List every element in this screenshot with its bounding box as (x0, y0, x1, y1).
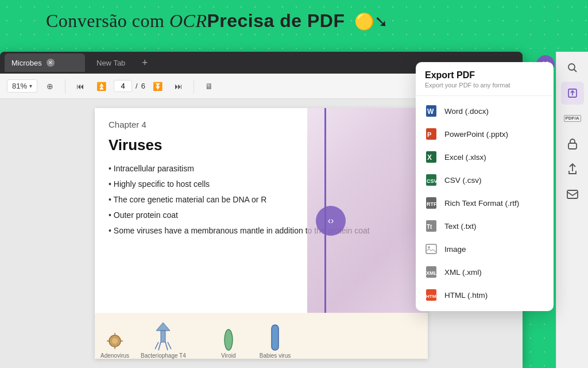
toolbar-separator-2 (194, 79, 194, 93)
powerpoint-icon: P (425, 128, 438, 140)
sidebar-share-button[interactable] (561, 158, 584, 181)
export-rtf-label: Rich Text Format (.rtf) (444, 199, 519, 208)
lock-icon (567, 138, 578, 150)
page-separator: / (136, 82, 138, 90)
babies-virus-item: Babies virus (260, 324, 291, 359)
viroid-label: Viroid (221, 352, 235, 359)
export-html-button[interactable]: HTML HTML (.htm) (416, 283, 554, 306)
hero-text-part2: Precisa de PDF (207, 10, 345, 31)
svg-text:Tt: Tt (427, 224, 432, 230)
sidebar-export-button[interactable] (561, 82, 584, 105)
svg-line-9 (158, 342, 161, 350)
export-powerpoint-label: PowerPoint (.pptx) (444, 130, 508, 139)
tab-microbes-label: Microbes (11, 59, 42, 67)
sidebar-lock-button[interactable] (561, 132, 584, 155)
page-total: 6 (141, 82, 145, 90)
export-image-label: Image (444, 245, 466, 254)
export-word-label: Word (.docx) (444, 107, 489, 116)
search-icon (567, 62, 578, 74)
svg-marker-6 (156, 323, 170, 331)
bacteriophage-item: Bacteriophage T4 (141, 321, 186, 359)
svg-rect-18 (567, 190, 578, 198)
svg-text:RTF: RTF (427, 201, 437, 207)
export-text-label: Text (.txt) (444, 222, 477, 231)
export-xml-button[interactable]: XML XML (.xml) (416, 260, 554, 283)
svg-line-15 (574, 70, 577, 72)
scroll-right-chevron: › (331, 216, 334, 226)
export-word-button[interactable]: W Word (.docx) (416, 99, 554, 122)
scroll-indicator-button[interactable]: ‹ › (316, 206, 346, 236)
tab-new-tab[interactable]: New Tab (87, 53, 134, 72)
hero-heading: Conversão com OCRPrecisa de PDF 🟡➘ (46, 10, 388, 32)
export-rtf-button[interactable]: RTF Rich Text Format (.rtf) (416, 191, 554, 214)
babies-virus-label: Babies virus (260, 352, 291, 359)
image-icon (425, 243, 438, 255)
virus-images-area: Adenovirus Bacteriophage T4 (95, 313, 428, 359)
svg-point-12 (225, 329, 233, 350)
rtf-icon: RTF (425, 197, 438, 209)
zoom-arrow: ▾ (29, 83, 32, 89)
add-page-button[interactable]: ⊕ (42, 78, 58, 94)
svg-line-10 (165, 342, 168, 350)
svg-point-1 (112, 338, 118, 344)
prev-page-button[interactable]: ⏫ (93, 78, 109, 94)
export-image-button[interactable]: Image (416, 237, 554, 260)
tab-newtab-label: New Tab (96, 59, 125, 67)
bacteriophage-label: Bacteriophage T4 (141, 352, 186, 359)
adenovirus-label: Adenovirus (100, 352, 129, 359)
svg-point-32 (428, 246, 430, 248)
hero-text-part1: Conversão com (46, 10, 169, 31)
next-page-button[interactable]: ⏬ (150, 78, 166, 94)
sidebar-search-button[interactable] (561, 56, 584, 79)
first-page-button[interactable]: ⏮ (72, 78, 88, 94)
right-sidebar: PDF/A (556, 52, 588, 368)
svg-text:X: X (427, 154, 432, 162)
excel-icon: X (425, 151, 438, 163)
tab-close-button[interactable]: ✕ (47, 59, 55, 67)
adenovirus-item: Adenovirus (100, 331, 129, 359)
toolbar-separator-1 (65, 79, 65, 93)
last-page-button[interactable]: ⏭ (171, 78, 187, 94)
svg-text:XML: XML (426, 270, 437, 276)
sidebar-pdfa-button[interactable]: PDF/A (561, 107, 584, 130)
page-indicator: / 6 (114, 80, 145, 92)
pdfa-badge: PDF/A (564, 115, 581, 122)
viroid-icon (220, 328, 237, 351)
export-csv-label: CSV (.csv) (444, 176, 482, 185)
svg-text:HTML: HTML (426, 294, 437, 299)
export-excel-button[interactable]: X Excel (.xlsx) (416, 145, 554, 168)
export-powerpoint-button[interactable]: P PowerPoint (.pptx) (416, 122, 554, 145)
svg-text:CSV: CSV (427, 178, 437, 184)
adenovirus-icon (105, 331, 125, 351)
zoom-control[interactable]: 81% ▾ (7, 79, 37, 93)
export-html-label: HTML (.htm) (444, 291, 488, 300)
tab-microbes[interactable]: Microbes ✕ (5, 53, 85, 72)
export-icon (567, 87, 578, 99)
svg-text:W: W (427, 108, 434, 116)
export-pdf-dropdown: Export PDF Export your PDF to any format… (416, 62, 554, 311)
babies-virus-icon (268, 324, 282, 351)
share-icon (567, 163, 578, 175)
present-button[interactable]: 🖥 (201, 78, 217, 94)
svg-line-8 (155, 342, 158, 349)
svg-rect-31 (426, 244, 436, 254)
svg-rect-7 (161, 331, 165, 342)
viroid-item: Viroid (220, 328, 237, 359)
zoom-value: 81% (12, 82, 27, 90)
hero-ocr: OCR (169, 10, 207, 31)
page-input[interactable] (114, 80, 132, 92)
export-divider (416, 95, 554, 96)
svg-point-14 (568, 64, 575, 70)
new-tab-button[interactable]: + (137, 55, 153, 71)
export-text-button[interactable]: Tt Text (.txt) (416, 214, 554, 237)
export-subtitle: Export your PDF to any format (425, 82, 544, 89)
export-title: Export PDF (425, 70, 544, 80)
svg-rect-13 (272, 325, 278, 350)
hero-arrow: 🟡➘ (354, 12, 388, 31)
csv-icon: CSV (425, 174, 438, 186)
sidebar-mail-button[interactable] (561, 183, 584, 206)
export-xml-label: XML (.xml) (444, 268, 482, 277)
pdf-page: Chapter 4 Viruses Intracellular parasiti… (95, 108, 428, 359)
svg-rect-17 (568, 143, 577, 149)
export-csv-button[interactable]: CSV CSV (.csv) (416, 168, 554, 191)
